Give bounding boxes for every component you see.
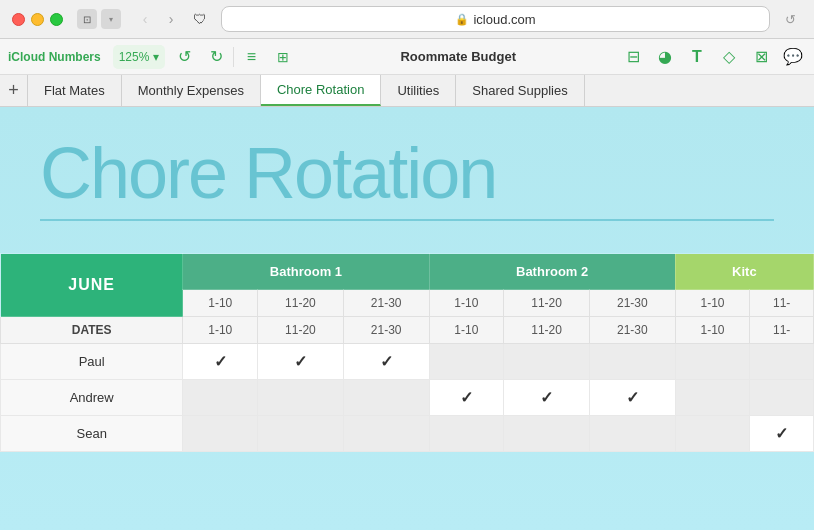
dates-label-row: DATES 1-10 11-20 21-30 1-10 11-20 21-30 …: [1, 317, 814, 344]
empty-cell: [675, 416, 750, 452]
empty-cell: [429, 416, 504, 452]
back-button[interactable]: ‹: [133, 7, 157, 31]
close-button[interactable]: [12, 13, 25, 26]
add-sheet-button[interactable]: +: [0, 75, 28, 106]
person-name: Andrew: [1, 380, 183, 416]
doc-title: Roommate Budget: [296, 49, 620, 64]
empty-cell: [258, 416, 344, 452]
checkmark: ✓: [294, 353, 307, 370]
check-cell: ✓: [258, 344, 344, 380]
table-button[interactable]: ⊟: [620, 44, 646, 70]
address-bar[interactable]: 🔒 icloud.com: [221, 6, 770, 32]
empty-cell: [589, 416, 675, 452]
media-button[interactable]: ⊠: [748, 44, 774, 70]
kitchen-header: Kitc: [675, 254, 813, 290]
checkmark: ✓: [775, 425, 788, 442]
b1-date3: 21-30: [343, 290, 429, 317]
shape-button[interactable]: ◇: [716, 44, 742, 70]
nav-buttons: ‹ ›: [133, 7, 183, 31]
checkmark: ✓: [460, 389, 473, 406]
table-row: Sean ✓: [1, 416, 814, 452]
b2-range1: 1-10: [429, 317, 504, 344]
b1-date2: 11-20: [258, 290, 344, 317]
k-date2: 11-: [750, 290, 814, 317]
zoom-control[interactable]: 125% ▾: [113, 45, 166, 69]
shield-icon: 🛡: [191, 10, 209, 28]
k-range2: 11-: [750, 317, 814, 344]
list-button[interactable]: ≡: [238, 44, 264, 70]
empty-cell: [589, 344, 675, 380]
table-row: Paul ✓ ✓ ✓: [1, 344, 814, 380]
sheet-divider: [40, 219, 774, 221]
k-date1: 1-10: [675, 290, 750, 317]
chart-button[interactable]: ◕: [652, 44, 678, 70]
b2-date2: 11-20: [504, 290, 590, 317]
check-cell: ✓: [343, 344, 429, 380]
dates-label: DATES: [1, 317, 183, 344]
empty-cell: [675, 344, 750, 380]
b2-date3: 21-30: [589, 290, 675, 317]
title-bar: ⊡ ▾ ‹ › 🛡 🔒 icloud.com ↺: [0, 0, 814, 38]
refresh-button[interactable]: ↺: [778, 7, 802, 31]
empty-cell: [343, 380, 429, 416]
comment-button[interactable]: 💬: [780, 44, 806, 70]
person-name: Paul: [1, 344, 183, 380]
redo-button[interactable]: ↻: [203, 44, 229, 70]
app-name: iCloud Numbers: [8, 50, 101, 64]
b1-range2: 11-20: [258, 317, 344, 344]
empty-cell: [504, 344, 590, 380]
tab-monthly-expenses[interactable]: Monthly Expenses: [122, 75, 261, 106]
sidebar-arrow[interactable]: ▾: [101, 9, 121, 29]
empty-cell: [343, 416, 429, 452]
app-toolbar: iCloud Numbers 125% ▾ ↺ ↻ ≡ ⊞ Roommate B…: [0, 39, 814, 75]
zoom-value: 125%: [119, 50, 150, 64]
tab-utilities[interactable]: Utilities: [381, 75, 456, 106]
chore-table: JUNE Bathroom 1 Bathroom 2 Kitc 1-10 11-…: [0, 253, 814, 452]
b1-range1: 1-10: [183, 317, 258, 344]
empty-cell: [750, 344, 814, 380]
empty-cell: [183, 416, 258, 452]
empty-cell: [750, 380, 814, 416]
insert-toolbar: ≡ ⊞: [238, 44, 296, 70]
checkmark: ✓: [626, 389, 639, 406]
k-range1: 1-10: [675, 317, 750, 344]
check-cell: ✓: [589, 380, 675, 416]
grid-button[interactable]: ⊞: [270, 44, 296, 70]
url-text: icloud.com: [473, 12, 535, 27]
check-cell: ✓: [183, 344, 258, 380]
table-header-row: JUNE Bathroom 1 Bathroom 2 Kitc: [1, 254, 814, 290]
undo-button[interactable]: ↺: [171, 44, 197, 70]
minimize-button[interactable]: [31, 13, 44, 26]
left-toolbar: 125% ▾ ↺ ↻: [113, 44, 230, 70]
traffic-lights: [12, 13, 63, 26]
table-container: JUNE Bathroom 1 Bathroom 2 Kitc 1-10 11-…: [0, 253, 814, 452]
checkmark: ✓: [380, 353, 393, 370]
empty-cell: [183, 380, 258, 416]
bathroom2-header: Bathroom 2: [429, 254, 675, 290]
check-cell: ✓: [504, 380, 590, 416]
tab-chore-rotation[interactable]: Chore Rotation: [261, 75, 381, 106]
check-cell: ✓: [429, 380, 504, 416]
b1-range3: 21-30: [343, 317, 429, 344]
b2-range2: 11-20: [504, 317, 590, 344]
empty-cell: [675, 380, 750, 416]
toolbar-separator-1: [233, 47, 234, 67]
window-controls: ⊡ ▾: [77, 9, 121, 29]
lock-icon: 🔒: [455, 13, 469, 26]
empty-cell: [429, 344, 504, 380]
tab-flat-mates[interactable]: Flat Mates: [28, 75, 122, 106]
maximize-button[interactable]: [50, 13, 63, 26]
tab-shared-supplies[interactable]: Shared Supplies: [456, 75, 584, 106]
sidebar-toggle[interactable]: ⊡: [77, 9, 97, 29]
empty-cell: [258, 380, 344, 416]
main-content: Chore Rotation JUNE Bathroom 1 Bathroom …: [0, 107, 814, 530]
text-button[interactable]: T: [684, 44, 710, 70]
empty-cell: [504, 416, 590, 452]
check-cell: ✓: [750, 416, 814, 452]
checkmark: ✓: [540, 389, 553, 406]
b2-range3: 21-30: [589, 317, 675, 344]
table-row: Andrew ✓ ✓ ✓: [1, 380, 814, 416]
spreadsheet-header: Chore Rotation: [0, 107, 814, 241]
person-name: Sean: [1, 416, 183, 452]
forward-button[interactable]: ›: [159, 7, 183, 31]
